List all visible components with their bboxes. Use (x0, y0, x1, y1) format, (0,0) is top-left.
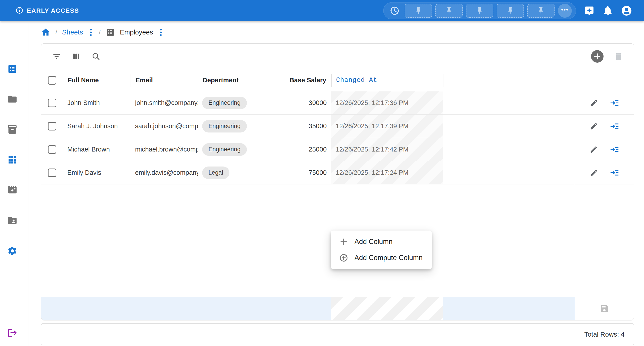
pin-dock-more-button[interactable]: ••• (558, 4, 572, 18)
early-access-label: EARLY ACCESS (27, 7, 79, 14)
cell-changed-at: 12/26/2025, 12:17:24 PM (331, 161, 443, 184)
home-icon[interactable] (41, 27, 50, 37)
breadcrumb-sheets-link[interactable]: Sheets (62, 29, 83, 36)
column-header-actions (575, 69, 634, 91)
column-header-full-name[interactable]: Full Name (63, 69, 130, 91)
shared-folder-icon (7, 215, 18, 226)
cell-base-salary: 25000 (265, 138, 331, 161)
inventory-box-icon (7, 124, 18, 135)
new-row-email[interactable] (130, 297, 198, 320)
pushpin-icon (537, 7, 545, 15)
bell-icon[interactable] (602, 5, 613, 16)
pin-slot[interactable] (405, 4, 432, 18)
table-header-row: Full Name Email Department Base Salary C… (41, 69, 634, 91)
save-icon[interactable] (600, 304, 609, 313)
column-header-department[interactable]: Department (198, 69, 265, 91)
sidebar-item-folders[interactable] (7, 94, 18, 105)
filter-icon[interactable] (52, 52, 61, 61)
menu-item-add-compute-column[interactable]: Add Compute Column (331, 250, 432, 266)
sidebar-item-settings[interactable] (7, 246, 18, 257)
pencil-icon[interactable] (590, 169, 598, 177)
plus-icon (339, 237, 348, 246)
pushpin-icon (506, 7, 514, 15)
new-row-changed-at (331, 297, 443, 320)
row-checkbox[interactable] (48, 99, 56, 107)
department-chip: Legal (202, 167, 230, 179)
sidebar-logout-button[interactable] (7, 328, 18, 338)
cell-changed-at: 12/26/2025, 12:17:42 PM (331, 138, 443, 161)
table-row: Sarah J. Johnson sarah.johnson@company.c… (41, 115, 634, 138)
sheets-kebab-menu[interactable] (88, 28, 94, 37)
cell-base-salary: 75000 (265, 161, 331, 184)
sidebar (0, 21, 28, 346)
pin-dock: ••• (383, 2, 576, 19)
top-bar: EARLY ACCESS (0, 0, 644, 21)
info-icon (16, 7, 23, 15)
pin-slot[interactable] (435, 4, 463, 18)
pencil-icon[interactable] (590, 122, 598, 131)
sheet-table-card: Full Name Email Department Base Salary C… (41, 43, 634, 320)
breadcrumb-separator: / (56, 29, 57, 36)
cell-changed-at: 12/26/2025, 12:17:39 PM (331, 115, 443, 138)
sheet-icon (106, 28, 115, 37)
cell-email: emily.davis@company.com (130, 161, 198, 184)
column-header-changed-at[interactable]: Changed At (331, 69, 443, 91)
pin-slot[interactable] (466, 4, 493, 18)
sidebar-item-inventory[interactable] (7, 124, 18, 135)
history-icon[interactable] (389, 6, 400, 16)
plus-circle-icon (339, 253, 348, 262)
new-row-department[interactable] (198, 297, 265, 320)
department-chip: Engineering (202, 97, 247, 109)
cell-changed-at: 12/26/2025, 12:17:36 PM (331, 91, 443, 114)
table-toolbar (41, 44, 634, 69)
column-header-base-salary[interactable]: Base Salary (265, 69, 331, 91)
cell-email: john.smith@company.com (130, 91, 198, 114)
open-row-icon[interactable] (610, 168, 619, 177)
menu-item-add-column[interactable]: Add Column (331, 234, 432, 250)
column-header-email[interactable]: Email (130, 69, 198, 91)
new-row-full-name[interactable] (63, 297, 130, 320)
sheet-icon (7, 64, 18, 75)
open-row-icon[interactable] (610, 145, 619, 154)
search-icon[interactable] (91, 52, 100, 61)
sidebar-item-shared[interactable] (7, 215, 18, 226)
columns-icon[interactable] (72, 52, 81, 61)
pencil-icon[interactable] (590, 99, 598, 107)
main-content: / Sheets / Employees (28, 21, 644, 346)
ai-chat-sparkle-icon[interactable] (584, 5, 595, 16)
trash-icon[interactable] (614, 52, 623, 61)
cell-email: sarah.johnson@company.com (130, 115, 198, 138)
account-icon[interactable] (621, 5, 632, 17)
sidebar-item-apps[interactable] (7, 155, 18, 166)
employees-kebab-menu[interactable] (158, 28, 164, 37)
add-row-button[interactable] (591, 50, 604, 63)
sidebar-item-media[interactable] (7, 185, 18, 196)
pushpin-icon (445, 7, 453, 15)
row-checkbox[interactable] (48, 145, 56, 154)
row-checkbox[interactable] (48, 122, 56, 131)
pencil-icon[interactable] (590, 145, 598, 154)
pushpin-icon (476, 7, 484, 15)
total-rows-value: 4 (621, 330, 624, 338)
breadcrumb: / Sheets / Employees (41, 21, 164, 43)
new-row[interactable] (41, 297, 634, 320)
department-chip: Engineering (202, 120, 247, 133)
table-row: Emily Davis emily.davis@company.com Lega… (41, 161, 634, 184)
folder-icon (7, 94, 18, 105)
row-checkbox[interactable] (48, 169, 56, 177)
new-row-base-salary[interactable] (265, 297, 331, 320)
pushpin-icon (414, 7, 422, 15)
column-header-empty (443, 69, 575, 91)
department-chip: Engineering (202, 143, 247, 156)
table-row: Michael Brown michael.brown@company.com … (41, 138, 634, 161)
table-footer: Total Rows: 4 (41, 323, 634, 345)
pin-slot[interactable] (527, 4, 554, 18)
pin-slot[interactable] (497, 4, 524, 18)
open-row-icon[interactable] (610, 122, 619, 131)
select-all-checkbox[interactable] (48, 76, 56, 85)
breadcrumb-separator: / (99, 29, 100, 36)
menu-item-label: Add Column (354, 238, 393, 246)
open-row-icon[interactable] (610, 98, 619, 108)
sidebar-item-sheets[interactable] (7, 64, 18, 75)
gear-icon (7, 246, 18, 257)
